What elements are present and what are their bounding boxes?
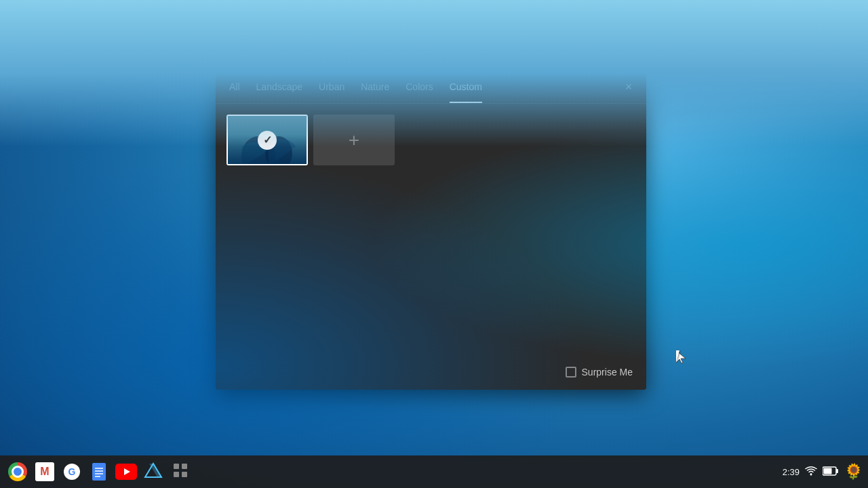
gmail-icon — [35, 462, 54, 481]
svg-rect-15 — [182, 472, 187, 477]
svg-rect-14 — [174, 472, 179, 477]
taskbar-icons: G — [5, 460, 783, 484]
taskbar-system-tray: 2:39 🌻 — [783, 463, 863, 481]
svg-point-16 — [810, 473, 812, 475]
sunflower-icon[interactable]: 🌻 — [844, 463, 863, 481]
taskbar: G — [0, 455, 868, 488]
clock-display: 2:39 — [783, 467, 800, 477]
battery-icon — [823, 466, 839, 478]
taskbar-docs-button[interactable] — [87, 460, 111, 484]
drive-icon — [144, 462, 163, 482]
apps-grid-icon — [173, 463, 188, 481]
taskbar-gmail-button[interactable] — [33, 460, 57, 484]
svg-rect-19 — [824, 468, 832, 474]
taskbar-chrome-button[interactable] — [5, 460, 30, 484]
taskbar-google-button[interactable]: G — [60, 460, 84, 484]
taskbar-apps-button[interactable] — [168, 460, 193, 484]
google-icon: G — [62, 462, 81, 481]
svg-marker-11 — [149, 464, 161, 477]
chrome-icon — [8, 462, 27, 481]
svg-rect-13 — [182, 464, 187, 469]
wifi-icon — [805, 466, 817, 479]
svg-text:G: G — [68, 466, 76, 477]
youtube-icon — [115, 464, 137, 480]
svg-rect-18 — [836, 469, 838, 473]
taskbar-youtube-button[interactable] — [114, 460, 138, 484]
docs-icon — [90, 462, 108, 481]
background-overlay — [0, 0, 868, 488]
taskbar-drive-button[interactable] — [141, 460, 165, 484]
svg-rect-5 — [92, 463, 106, 481]
svg-rect-12 — [174, 464, 179, 469]
